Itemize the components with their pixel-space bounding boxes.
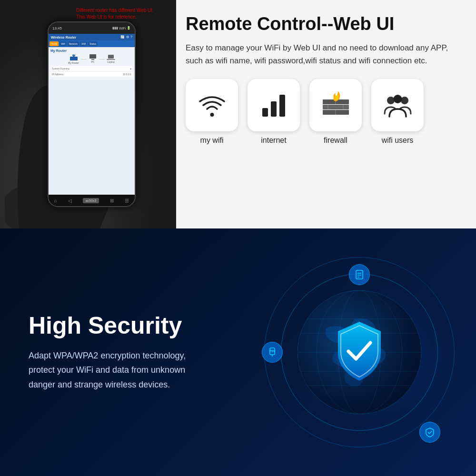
firewall-icon (320, 90, 351, 121)
wifi-users-icon-box (371, 79, 424, 131)
shield-center (328, 318, 390, 387)
svg-rect-13 (323, 105, 349, 109)
phone-menu-btn[interactable]: ac50x3 (83, 198, 99, 203)
feature-my-wifi: my wifi (186, 79, 238, 145)
phone-screen: Wireless Router 🔄⚙? Home Wifi Network SI… (49, 34, 135, 195)
globe-container: PIN (257, 250, 462, 455)
svg-rect-5 (89, 54, 96, 59)
phone-grid-btn[interactable]: ⊞ (110, 198, 114, 203)
phone-mockup: 13:45 ▮▮▮ WiFi 🔋 Wireless Router 🔄⚙? Hom… (48, 21, 136, 207)
phone-area: 13:45 ▮▮▮ WiFi 🔋 Wireless Router 🔄⚙? Hom… (0, 0, 176, 228)
security-description: Adapt WPA/WPA2 encryption technology, pr… (29, 348, 205, 392)
orbit-icon-document (349, 264, 370, 285)
internet-label: internet (261, 136, 286, 145)
phone-status-row: System Running ● (50, 66, 133, 71)
svg-rect-10 (271, 101, 277, 117)
svg-point-21 (393, 95, 402, 103)
orbit-icon-shield-small (419, 422, 440, 443)
disclaimer-text: Different router has different Web UI. T… (76, 7, 154, 20)
feature-firewall: firewall (309, 79, 362, 145)
phone-nav-sim[interactable]: SIM (80, 41, 87, 46)
firewall-label: firewall (324, 136, 347, 145)
internet-icon-box (248, 79, 300, 131)
phone-content-title: My Router (50, 49, 133, 52)
phone-nav-home[interactable]: Home (50, 41, 59, 46)
svg-rect-9 (262, 108, 268, 117)
svg-rect-11 (279, 95, 285, 117)
users-icon (382, 90, 413, 121)
features-grid: my wifi internet (186, 79, 457, 145)
security-title: High Security (29, 313, 205, 339)
firewall-icon-box (309, 79, 362, 131)
bottom-section: High Security Adapt WPA/WPA2 encryption … (0, 228, 476, 476)
section-title: Remote Control--Web UI (186, 14, 457, 34)
svg-text:PIN: PIN (269, 349, 275, 353)
phone-time: 13:45 (52, 26, 62, 30)
right-content: Remote Control--Web UI Easy to manage yo… (176, 0, 476, 228)
my-wifi-label: my wifi (200, 136, 224, 145)
phone-status-bar: 13:45 ▮▮▮ WiFi 🔋 (49, 22, 135, 34)
top-section: 13:45 ▮▮▮ WiFi 🔋 Wireless Router 🔄⚙? Hom… (0, 0, 476, 228)
wifi-icon (197, 90, 228, 121)
svg-rect-8 (107, 59, 115, 60)
phone-menu-lines-btn[interactable]: ☰ (125, 198, 129, 203)
phone-device-pc: PC (89, 54, 97, 64)
phone-device-router: My Router (68, 54, 79, 64)
phone-ip-value: 10.0.0.1 (123, 73, 131, 76)
phone-nav-status[interactable]: Status (88, 41, 98, 46)
phone-bottom-nav: ⌂ ◁ ac50x3 ⊞ ☰ (49, 195, 135, 206)
svg-rect-30 (356, 270, 363, 279)
phone-screen-nav: Home Wifi Network SIM Status (49, 40, 135, 47)
phone-content: My Router My Router —— PC —— (49, 47, 135, 79)
section-description: Easy to manage your WiFi by Web UI and n… (186, 41, 457, 67)
svg-rect-6 (91, 59, 94, 60)
svg-point-20 (401, 97, 408, 104)
phone-screen-header: Wireless Router 🔄⚙? (49, 34, 135, 40)
phone-device-laptop: Laptop (107, 54, 115, 64)
phone-screen-title: Wireless Router (51, 36, 76, 39)
feature-internet: internet (248, 79, 300, 145)
feature-wifi-users: wifi users (371, 79, 424, 145)
bar-chart-icon (258, 90, 289, 121)
left-content: High Security Adapt WPA/WPA2 encryption … (0, 289, 233, 416)
svg-rect-7 (108, 55, 114, 59)
phone-ip-row: IP Address 10.0.0.1 (50, 72, 133, 77)
security-visual: PIN (257, 250, 462, 455)
phone-home-btn[interactable]: ⌂ (54, 198, 57, 203)
phone-system-status: System Running (52, 67, 69, 70)
svg-rect-1 (70, 57, 78, 60)
orbit-icon-pin: PIN (262, 342, 283, 363)
my-wifi-icon-box (186, 79, 238, 131)
wifi-users-label: wifi users (382, 136, 414, 145)
phone-back-btn[interactable]: ◁ (68, 198, 72, 203)
phone-ip-label: IP Address (52, 73, 63, 76)
phone-nav-network[interactable]: Network (68, 41, 79, 46)
phone-devices: My Router —— PC —— Laptop (50, 54, 133, 64)
phone-nav-wifi[interactable]: Wifi (60, 41, 66, 46)
svg-point-19 (387, 97, 395, 104)
